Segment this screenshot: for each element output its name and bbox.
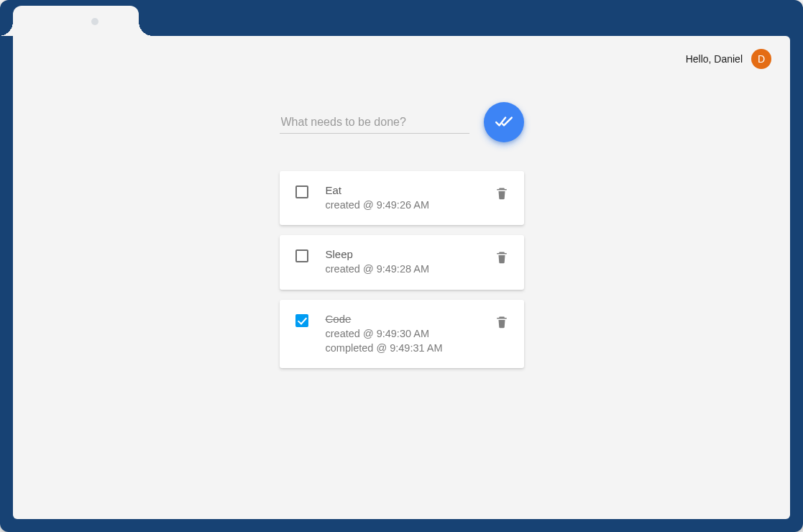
todo-checkbox[interactable] bbox=[295, 314, 308, 327]
todo-body: Codecreated @ 9:49:30 AMcompleted @ 9:49… bbox=[326, 313, 478, 356]
todo-list: Eatcreated @ 9:49:26 AMSleepcreated @ 9:… bbox=[280, 171, 524, 368]
greeting-text: Hello, Daniel bbox=[686, 53, 743, 65]
todo-checkbox[interactable] bbox=[295, 249, 308, 262]
todo-completed-meta: completed @ 9:49:31 AM bbox=[326, 341, 478, 355]
todo-card: Eatcreated @ 9:49:26 AM bbox=[280, 171, 524, 225]
trash-icon bbox=[495, 191, 508, 203]
delete-todo-button[interactable] bbox=[495, 185, 508, 201]
todo-title: Code bbox=[326, 313, 478, 325]
new-todo-row bbox=[280, 102, 524, 142]
todo-card: Sleepcreated @ 9:49:28 AM bbox=[280, 235, 524, 289]
todo-card: Codecreated @ 9:49:30 AMcompleted @ 9:49… bbox=[280, 300, 524, 369]
delete-todo-button[interactable] bbox=[495, 249, 508, 265]
avatar[interactable]: D bbox=[751, 49, 771, 69]
browser-frame: Hello, Daniel D Eatcreated @ 9:49:26 AMS bbox=[0, 0, 803, 532]
app-header: Hello, Daniel D bbox=[13, 36, 790, 69]
todo-checkbox[interactable] bbox=[295, 185, 308, 198]
main-column: Eatcreated @ 9:49:26 AMSleepcreated @ 9:… bbox=[280, 102, 524, 368]
todo-title: Sleep bbox=[326, 248, 478, 260]
avatar-letter: D bbox=[758, 53, 765, 65]
tab-row bbox=[0, 0, 803, 36]
todo-body: Eatcreated @ 9:49:26 AM bbox=[326, 184, 478, 212]
todo-created-meta: created @ 9:49:30 AM bbox=[326, 326, 478, 341]
todo-created-meta: created @ 9:49:26 AM bbox=[326, 198, 478, 212]
double-check-icon bbox=[495, 112, 513, 133]
todo-body: Sleepcreated @ 9:49:28 AM bbox=[326, 248, 478, 276]
app-viewport: Hello, Daniel D Eatcreated @ 9:49:26 AMS bbox=[13, 36, 790, 519]
tab-loading-dot bbox=[91, 18, 98, 25]
trash-icon bbox=[495, 255, 508, 267]
delete-todo-button[interactable] bbox=[495, 314, 508, 330]
todo-created-meta: created @ 9:49:28 AM bbox=[326, 262, 478, 276]
browser-tab[interactable] bbox=[13, 6, 139, 36]
trash-icon bbox=[495, 320, 508, 332]
todo-title: Eat bbox=[326, 184, 478, 196]
new-todo-input[interactable] bbox=[280, 111, 469, 134]
add-todo-button[interactable] bbox=[484, 102, 524, 142]
